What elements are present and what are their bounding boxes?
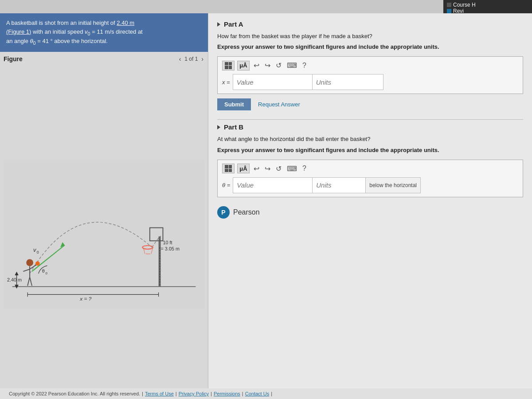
svg-text:0: 0 [46,271,48,275]
contact-link[interactable]: Contact Us [245,391,269,396]
part-b-answer-box: μÅ ↩ ↪ ↺ ⌨ ? θ = below the horizontal [217,160,523,197]
problem-line3: an angle θ0 = 41 ° above the horizontal. [6,38,108,44]
figure-nav: ‹ 1 of 1 › [178,55,204,63]
svg-text:x = ?: x = ? [79,296,91,302]
part-b-units-input[interactable] [313,177,366,193]
part-b-keyboard-btn[interactable]: ⌨ [286,164,298,174]
problem-text-box: A basketball is shot from an initial hei… [0,13,208,52]
part-a-request-link[interactable]: Request Answer [258,101,300,108]
svg-rect-0 [4,160,204,309]
part-a-prefix: x = [222,79,230,86]
part-a-triangle [217,22,220,27]
svg-text:θ: θ [42,268,45,274]
part-b-value-input[interactable] [233,177,313,193]
part-a-actions: Submit Request Answer [217,98,523,110]
part-a-toolbar: μÅ ↩ ↪ ↺ ⌨ ? [222,60,518,70]
part-b-input-row: θ = below the horizontal [222,177,518,193]
figure-next-btn[interactable]: › [200,55,204,63]
divider [217,119,523,120]
copyright-bar: Copyright © 2022 Pearson Education Inc. … [0,388,532,399]
part-b-toolbar: μÅ ↩ ↪ ↺ ⌨ ? [222,164,518,174]
figure-label: Figure [4,55,23,63]
undo-btn[interactable]: ↩ [252,60,261,70]
part-b-redo-btn[interactable]: ↪ [263,164,272,174]
part-a-instruction: Express your answer to two significant f… [217,43,523,51]
figure-prev-btn[interactable]: ‹ [178,55,182,63]
problem-line1: A basketball is shot from an initial hei… [6,20,134,26]
pearson-text: Pearson [233,208,260,216]
mu-icon[interactable]: μÅ [237,61,250,70]
figure-header: Figure ‹ 1 of 1 › [4,55,204,63]
course-item: Course H [447,2,476,8]
right-panel: Part A How far from the basket was the p… [208,13,532,399]
svg-point-23 [26,259,33,266]
part-b-refresh-btn[interactable]: ↺ [274,164,283,174]
pearson-logo: P [217,206,230,219]
pearson-footer: P Pearson [217,206,523,219]
part-b-undo-btn[interactable]: ↩ [252,164,261,174]
part-a-submit-btn[interactable]: Submit [217,98,251,110]
part-b-mu-symbol: μÅ [239,165,247,172]
part-b-help-btn[interactable]: ? [301,164,308,173]
part-b-section: Part B At what angle to the horizontal d… [217,123,523,197]
terms-link[interactable]: Terms of Use [145,391,174,396]
grid-icon[interactable] [222,61,235,70]
permissions-link[interactable]: Permissions [214,391,240,396]
part-b-title: Part B [224,123,243,131]
part-b-mu-icon[interactable]: μÅ [237,164,250,173]
part-b-question: At what angle to the horizontal did the … [217,135,523,143]
svg-text:10 ft: 10 ft [163,240,172,245]
keyboard-btn[interactable]: ⌨ [286,60,298,70]
part-b-header: Part B [217,123,523,131]
course-label: Course H [453,2,476,8]
part-a-header: Part A [217,20,523,28]
svg-point-29 [35,262,40,266]
svg-text:2.40 m: 2.40 m [7,277,22,282]
part-b-grid-icon[interactable] [222,164,235,173]
left-panel: A basketball is shot from an initial hei… [0,13,208,399]
below-horizontal-label: below the horizontal [366,177,421,193]
help-btn[interactable]: ? [301,61,308,70]
problem-line2: (Figure 1) with an initial speed v0 = 11… [6,28,143,35]
part-a-section: Part A How far from the basket was the p… [217,20,523,110]
course-icon [447,3,451,7]
refresh-btn[interactable]: ↺ [274,60,283,70]
mu-symbol: μÅ [239,62,247,69]
privacy-link[interactable]: Privacy Policy [179,391,209,396]
review-icon [447,9,451,13]
court-illustration: v 0 θ 0 2.40 m x = ? [4,64,204,399]
part-a-title: Part A [224,20,243,28]
svg-text:= 3.05 m: = 3.05 m [161,246,180,251]
part-b-triangle [217,125,220,129]
main-container: A basketball is shot from an initial hei… [0,13,532,399]
redo-btn[interactable]: ↪ [263,60,272,70]
part-a-units-input[interactable] [313,74,383,90]
part-b-prefix: θ = [222,182,230,188]
svg-text:0: 0 [37,250,39,254]
copyright-text: Copyright © 2022 Pearson Education Inc. … [9,391,140,396]
figure-nav-text: 1 of 1 [184,56,198,62]
part-a-answer-box: μÅ ↩ ↪ ↺ ⌨ ? x = [217,56,523,94]
part-b-instruction: Express your answer to two significant f… [217,146,523,154]
part-a-input-row: x = [222,74,518,90]
part-a-value-input[interactable] [233,74,313,90]
part-a-question: How far from the basket was the player i… [217,32,523,40]
figure-area: Figure ‹ 1 of 1 › [0,52,208,399]
